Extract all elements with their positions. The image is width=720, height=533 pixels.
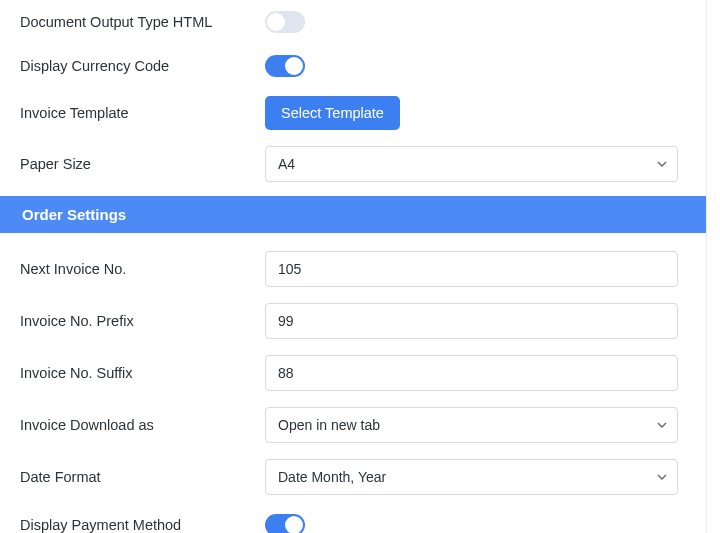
select-invoice-download-as-value: Open in new tab — [278, 417, 380, 433]
label-invoice-template: Invoice Template — [20, 105, 265, 121]
row-invoice-template: Invoice Template Select Template — [0, 88, 720, 138]
label-document-output-type: Document Output Type HTML — [20, 14, 265, 30]
toggle-document-output-type[interactable] — [265, 11, 305, 33]
section-header-order-settings: Order Settings — [0, 196, 720, 233]
toggle-knob — [267, 13, 285, 31]
row-invoice-download-as: Invoice Download as Open in new tab — [0, 399, 720, 451]
row-paper-size: Paper Size A4 — [0, 138, 720, 190]
label-invoice-no-prefix: Invoice No. Prefix — [20, 313, 265, 329]
row-document-output-type: Document Output Type HTML — [0, 0, 720, 44]
label-invoice-no-suffix: Invoice No. Suffix — [20, 365, 265, 381]
settings-form: Document Output Type HTML Display Curren… — [0, 0, 720, 533]
toggle-display-currency-code[interactable] — [265, 55, 305, 77]
toggle-knob — [285, 516, 303, 533]
select-paper-size[interactable]: A4 — [265, 146, 678, 182]
chevron-down-icon — [657, 472, 667, 482]
select-template-button[interactable]: Select Template — [265, 96, 400, 130]
toggle-display-payment-method[interactable] — [265, 514, 305, 533]
input-invoice-no-suffix[interactable] — [265, 355, 678, 391]
select-date-format-value: Date Month, Year — [278, 469, 386, 485]
scrollbar-track[interactable] — [706, 0, 720, 533]
row-invoice-no-suffix: Invoice No. Suffix — [0, 347, 720, 399]
label-invoice-download-as: Invoice Download as — [20, 417, 265, 433]
label-display-currency-code: Display Currency Code — [20, 58, 265, 74]
label-date-format: Date Format — [20, 469, 265, 485]
toggle-knob — [285, 57, 303, 75]
row-display-currency-code: Display Currency Code — [0, 44, 720, 88]
input-next-invoice-no[interactable] — [265, 251, 678, 287]
chevron-down-icon — [657, 159, 667, 169]
select-invoice-download-as[interactable]: Open in new tab — [265, 407, 678, 443]
label-paper-size: Paper Size — [20, 156, 265, 172]
select-paper-size-value: A4 — [278, 156, 295, 172]
label-display-payment-method: Display Payment Method — [20, 517, 265, 533]
row-date-format: Date Format Date Month, Year — [0, 451, 720, 503]
row-display-payment-method: Display Payment Method — [0, 503, 720, 533]
chevron-down-icon — [657, 420, 667, 430]
row-next-invoice-no: Next Invoice No. — [0, 243, 720, 295]
select-date-format[interactable]: Date Month, Year — [265, 459, 678, 495]
row-invoice-no-prefix: Invoice No. Prefix — [0, 295, 720, 347]
label-next-invoice-no: Next Invoice No. — [20, 261, 265, 277]
input-invoice-no-prefix[interactable] — [265, 303, 678, 339]
